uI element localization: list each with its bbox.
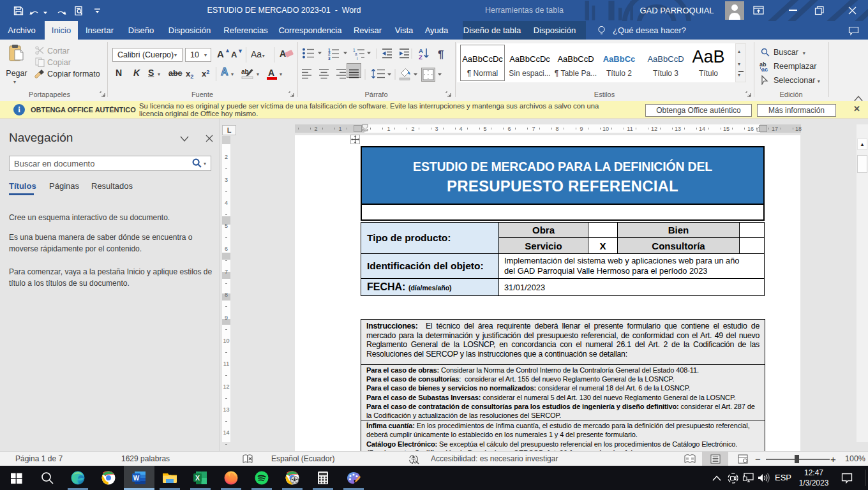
svg-text:i: i [357,56,357,61]
svg-text:W: W [133,475,140,482]
svg-text:Z: Z [419,54,423,60]
svg-text:¶: ¶ [438,48,444,60]
svg-text:3: 3 [328,56,331,61]
svg-text:X: X [195,474,200,482]
svg-text:ac: ac [761,66,768,72]
